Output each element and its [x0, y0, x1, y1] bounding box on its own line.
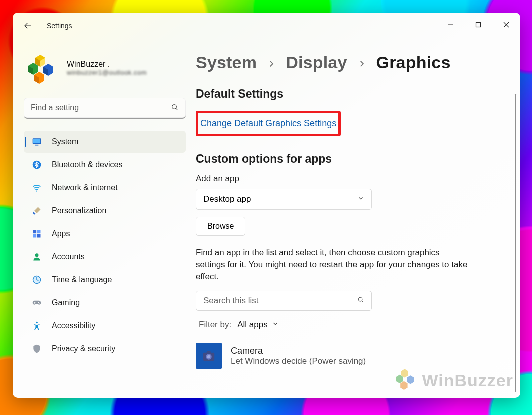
wifi-icon	[32, 183, 42, 193]
chevron-right-icon	[357, 53, 366, 72]
chevron-down-icon	[357, 194, 364, 204]
account-text: WinBuzzer . winbuzzer1@outlook.com	[67, 60, 147, 76]
sidebar-item-personalization[interactable]: Personalization	[24, 200, 186, 222]
sidebar-item-label: Privacy & security	[52, 344, 115, 353]
search-input[interactable]	[24, 98, 186, 119]
gamepad-icon	[32, 298, 42, 308]
window-controls	[436, 13, 520, 37]
svg-rect-23	[33, 234, 37, 238]
chevron-down-icon	[272, 320, 279, 330]
camera-app-icon	[196, 343, 222, 369]
sidebar-item-label: Bluetooth & devices	[52, 160, 122, 169]
sidebar-item-label: Time & language	[52, 275, 112, 284]
window-title: Settings	[47, 22, 72, 30]
close-button[interactable]	[492, 13, 520, 37]
apps-icon	[32, 229, 42, 239]
section-default-settings: Default Settings	[196, 87, 503, 101]
account-header[interactable]: WinBuzzer . winbuzzer1@outlook.com	[24, 47, 186, 95]
sidebar-item-label: Personalization	[52, 206, 106, 215]
sidebar-item-label: Accessibility	[52, 321, 95, 330]
app-list-item[interactable]: Camera Let Windows decide (Power saving)	[196, 343, 503, 369]
settings-window: Settings	[13, 13, 520, 398]
maximize-icon	[475, 22, 481, 28]
title-bar: Settings	[13, 13, 520, 39]
app-list-search-placeholder: Search this list	[203, 296, 259, 306]
section-custom-options: Custom options for apps	[196, 152, 503, 166]
select-value: Desktop app	[203, 194, 251, 204]
sidebar-item-label: Network & internet	[52, 183, 118, 192]
bluetooth-icon	[32, 160, 42, 170]
svg-point-29	[36, 322, 38, 324]
breadcrumb: System Display Graphics	[196, 53, 503, 72]
help-text: Find an app in the list and select it, t…	[196, 247, 469, 283]
svg-point-14	[172, 105, 177, 109]
sidebar-nav: System Bluetooth & devices Network & int…	[24, 131, 186, 360]
svg-rect-24	[37, 234, 41, 238]
annotation-highlight: Change Default Graphics Settings	[196, 111, 341, 136]
sidebar-item-apps[interactable]: Apps	[24, 223, 186, 245]
browse-button-label: Browse	[207, 222, 234, 231]
sidebar-item-label: Apps	[52, 229, 70, 238]
avatar	[26, 52, 58, 84]
sidebar: WinBuzzer . winbuzzer1@outlook.com Syste…	[13, 39, 193, 398]
app-detail: Let Windows decide (Power saving)	[231, 356, 366, 366]
minimize-button[interactable]	[436, 13, 464, 37]
main-content: System Display Graphics Default Settings…	[193, 39, 520, 398]
sidebar-item-accounts[interactable]: Accounts	[24, 246, 186, 268]
paintbrush-icon	[32, 206, 42, 216]
svg-rect-21	[33, 230, 37, 234]
person-icon	[32, 252, 42, 262]
svg-point-28	[39, 303, 40, 304]
svg-rect-17	[33, 139, 40, 143]
search-icon	[171, 103, 179, 113]
back-button[interactable]	[17, 15, 39, 37]
svg-point-20	[36, 191, 37, 192]
chevron-right-icon	[267, 53, 276, 72]
app-list-search[interactable]: Search this list	[196, 291, 372, 311]
filter-label: Filter by:	[199, 320, 231, 330]
svg-line-31	[362, 301, 363, 302]
sidebar-item-bluetooth[interactable]: Bluetooth & devices	[24, 154, 186, 176]
vertical-scrollbar[interactable]	[515, 94, 516, 392]
svg-point-30	[358, 298, 362, 302]
avatar-cubes-icon	[26, 52, 58, 84]
svg-rect-2	[476, 23, 481, 27]
sidebar-item-accessibility[interactable]: Accessibility	[24, 315, 186, 337]
shield-icon	[32, 344, 42, 354]
svg-point-34	[207, 355, 211, 359]
add-app-label: Add an app	[196, 174, 503, 184]
sidebar-item-gaming[interactable]: Gaming	[24, 292, 186, 314]
sidebar-item-time-language[interactable]: Time & language	[24, 269, 186, 291]
sidebar-item-privacy[interactable]: Privacy & security	[24, 338, 186, 360]
sidebar-item-system[interactable]: System	[24, 131, 186, 153]
browse-button[interactable]: Browse	[196, 217, 245, 236]
sidebar-item-network[interactable]: Network & internet	[24, 177, 186, 199]
svg-rect-18	[35, 145, 39, 146]
breadcrumb-graphics: Graphics	[376, 53, 451, 72]
svg-line-15	[176, 108, 177, 110]
filter-row[interactable]: Filter by: All apps	[196, 320, 503, 330]
sidebar-item-label: System	[52, 137, 78, 146]
app-type-select[interactable]: Desktop app	[196, 189, 372, 210]
accessibility-icon	[32, 321, 42, 331]
breadcrumb-system[interactable]: System	[196, 53, 257, 72]
svg-point-27	[38, 302, 39, 303]
sidebar-search[interactable]	[24, 98, 186, 119]
close-icon	[503, 22, 509, 28]
maximize-button[interactable]	[464, 13, 492, 37]
svg-rect-22	[37, 230, 41, 234]
sidebar-item-label: Gaming	[52, 298, 80, 307]
search-icon	[357, 296, 364, 306]
account-name: WinBuzzer .	[67, 60, 147, 69]
app-info: Camera Let Windows decide (Power saving)	[231, 346, 366, 366]
breadcrumb-display[interactable]: Display	[286, 53, 347, 72]
sidebar-item-label: Accounts	[52, 252, 85, 261]
minimize-icon	[447, 22, 453, 28]
filter-value: All apps	[237, 320, 267, 330]
app-name: Camera	[231, 346, 366, 356]
system-icon	[32, 137, 42, 147]
back-arrow-icon	[23, 21, 32, 30]
account-email: winbuzzer1@outlook.com	[67, 69, 147, 76]
clock-globe-icon	[32, 275, 42, 285]
change-default-graphics-link[interactable]: Change Default Graphics Settings	[200, 118, 336, 129]
